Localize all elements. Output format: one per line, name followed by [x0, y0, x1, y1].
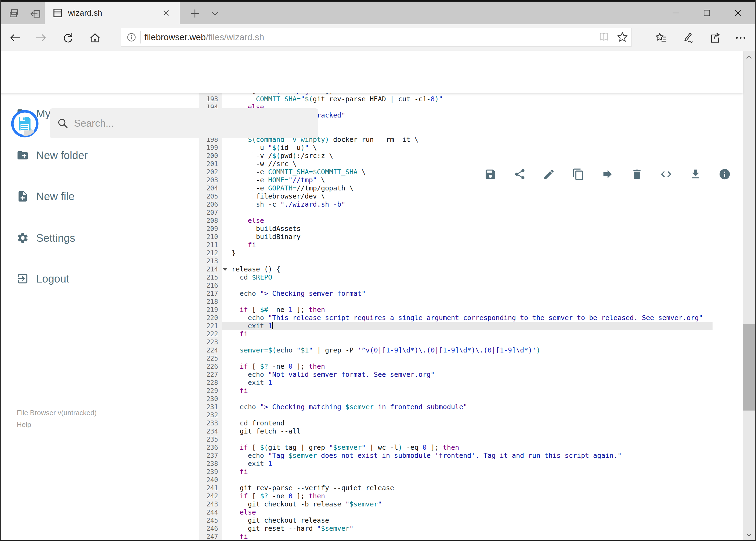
sidebar-item-new-folder[interactable]: New folder [0, 142, 199, 168]
home-icon[interactable] [89, 31, 102, 44]
share-button[interactable] [514, 168, 526, 181]
code-line-199[interactable]: 199 -u "$(id -u)" \ [199, 144, 743, 152]
code-line-242[interactable]: 242 if [ $? -ne 0 ]; then [199, 492, 743, 500]
page-icon [52, 8, 63, 18]
code-line-244[interactable]: 244 else [199, 508, 743, 516]
browser-tab-wizard-sh[interactable]: wizard.sh [45, 2, 180, 24]
code-line-247[interactable]: 247 fi [199, 533, 743, 541]
web-note-pen-icon[interactable] [682, 31, 694, 44]
code-line-211[interactable]: 211 fi [199, 241, 743, 249]
code-line-245[interactable]: 245 git checkout release [199, 516, 743, 525]
delete-button[interactable] [631, 168, 643, 181]
code-line-238[interactable]: 238 exit 1 [199, 460, 743, 468]
scrollbar-thumb[interactable] [743, 324, 755, 410]
code-line-222[interactable]: 222 fi [199, 330, 743, 338]
code-text: cd $REPO [232, 273, 272, 281]
page-scrollbar[interactable] [743, 51, 755, 541]
back-icon[interactable] [9, 31, 22, 44]
code-line-230[interactable]: 230 [199, 395, 743, 403]
search-box[interactable] [50, 108, 318, 138]
code-line-224[interactable]: 224 semver=$(echo "$1" | grep -P '^v(0|[… [199, 346, 743, 354]
download-button[interactable] [689, 168, 702, 181]
code-line-236[interactable]: 236 if [ $(git tag | grep "$semver" | wc… [199, 443, 743, 452]
new-tab-icon[interactable] [189, 8, 201, 19]
help-link[interactable]: Help [17, 420, 31, 429]
sidebar-item-logout[interactable]: Logout [0, 266, 199, 292]
code-button[interactable] [660, 168, 672, 181]
address-bar[interactable]: filebrowser.web/files/wizard.sh [121, 28, 631, 47]
refresh-icon[interactable] [62, 31, 75, 44]
code-line-215[interactable]: 215 cd $REPO [199, 273, 743, 281]
code-line-213[interactable]: 213 [199, 257, 743, 265]
fold-arrow-icon[interactable] [223, 268, 227, 271]
code-line-192[interactable]: 192 if [ -d "$REPO/.git" ]; then [199, 93, 743, 95]
code-line-200[interactable]: 200 -v /$(pwd):/src:z \ [199, 152, 743, 160]
code-line-231[interactable]: 231 echo "> Checking matching $semver in… [199, 403, 743, 411]
code-line-246[interactable]: 246 git reset --hard "$semver" [199, 525, 743, 533]
more-dots-icon[interactable] [734, 31, 747, 44]
code-line-228[interactable]: 228 exit 1 [199, 379, 743, 387]
code-line-229[interactable]: 229 fi [199, 387, 743, 395]
code-line-206[interactable]: 206 sh -c "./wizard.sh -b" [199, 201, 743, 209]
code-line-240[interactable]: 240 [199, 476, 743, 484]
code-line-201[interactable]: 201 -w //src \ [199, 160, 743, 168]
site-info-icon[interactable] [126, 32, 137, 43]
code-line-218[interactable]: 218 [199, 297, 743, 306]
sidebar-item-settings[interactable]: Settings [0, 225, 199, 251]
code-line-209[interactable]: 209 buildAssets [199, 225, 743, 233]
copy-button[interactable] [572, 168, 585, 181]
code-text: if [ -d "$REPO/.git" ]; then [232, 93, 354, 95]
maximize-button[interactable] [691, 2, 722, 24]
code-line-223[interactable]: 223 [199, 338, 743, 346]
forward-icon[interactable] [35, 31, 48, 44]
code-line-225[interactable]: 225 [199, 354, 743, 362]
scroll-up-icon[interactable] [745, 54, 753, 62]
hub-favorites-icon[interactable] [655, 31, 668, 44]
code-line-243[interactable]: 243 git checkout -b release "$semver" [199, 500, 743, 508]
scroll-down-icon[interactable] [745, 531, 753, 539]
save-button[interactable] [484, 168, 497, 181]
code-line-210[interactable]: 210 buildBinary [199, 233, 743, 241]
sidebar-item-new-file[interactable]: New file [0, 184, 199, 209]
info-button[interactable] [718, 168, 731, 181]
code-line-216[interactable]: 216 [199, 281, 743, 289]
code-line-232[interactable]: 232 [199, 411, 743, 419]
code-line-233[interactable]: 233 cd frontend [199, 419, 743, 427]
code-line-207[interactable]: 207 [199, 209, 743, 217]
code-line-214[interactable]: 214release () { [199, 265, 743, 273]
code-line-239[interactable]: 239 fi [199, 468, 743, 476]
window-frame-left [0, 0, 1, 541]
code-line-241[interactable]: 241 git rev-parse --verify --quiet relea… [199, 484, 743, 492]
favorite-star-icon[interactable] [617, 31, 629, 43]
code-line-227[interactable]: 227 echo "Not valid semver format. See s… [199, 370, 743, 379]
search-input[interactable] [74, 118, 318, 129]
tab-close-icon[interactable] [161, 8, 171, 18]
line-number: 200 [199, 152, 222, 160]
code-line-205[interactable]: 205 filebrowser/dev \ [199, 192, 743, 201]
code-line-193[interactable]: 193 COMMIT_SHA="$(git rev-parse HEAD | c… [199, 95, 743, 103]
code-line-212[interactable]: 212} [199, 249, 743, 257]
tabs-preview-icon[interactable] [8, 8, 21, 20]
reading-view-icon[interactable] [598, 31, 610, 43]
code-text: echo "> Checking semver format" [232, 289, 366, 297]
line-number: 214 [199, 265, 222, 273]
code-line-226[interactable]: 226 if [ $? -ne 0 ]; then [199, 362, 743, 370]
edit-button[interactable] [543, 168, 555, 181]
code-line-204[interactable]: 204 -e GOPATH=//tmp/gopath \ [199, 184, 743, 192]
tab-list-chevron-icon[interactable] [209, 8, 221, 19]
code-line-234[interactable]: 234 git fetch --all [199, 427, 743, 435]
code-line-217[interactable]: 217 echo "> Checking semver format" [199, 289, 743, 297]
code-line-208[interactable]: 208 else [199, 217, 743, 225]
code-editor[interactable]: 192 if [ -d "$REPO/.git" ]; then193 COMM… [199, 93, 743, 541]
move-button[interactable] [601, 168, 614, 181]
code-line-235[interactable]: 235 [199, 435, 743, 443]
set-tabs-aside-icon[interactable] [29, 8, 42, 20]
minimize-button[interactable] [660, 2, 691, 24]
close-window-button[interactable] [722, 2, 753, 24]
code-line-220[interactable]: 220 echo "This release script requires a… [199, 314, 743, 322]
code-line-221[interactable]: 221 exit 1 [199, 322, 743, 330]
code-line-237[interactable]: 237 echo "Tag $semver does not exist in … [199, 452, 743, 460]
share-icon[interactable] [709, 31, 721, 44]
filebrowser-logo[interactable] [11, 110, 39, 138]
code-line-219[interactable]: 219 if [ $# -ne 1 ]; then [199, 306, 743, 314]
